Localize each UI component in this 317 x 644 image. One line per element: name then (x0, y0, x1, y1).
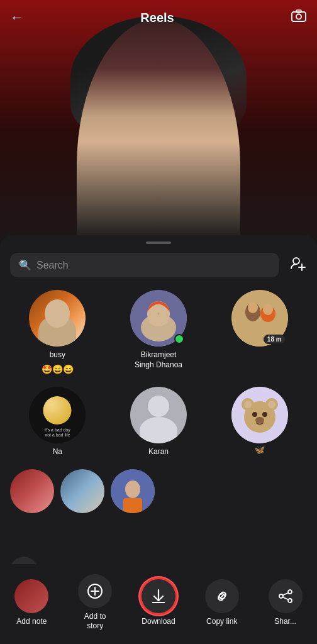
search-box[interactable]: 🔍 Search (10, 253, 279, 277)
svg-point-22 (252, 412, 257, 417)
action-label-copy-link: Copy link (206, 617, 237, 627)
time-badge-couple: 18 m (264, 335, 286, 344)
mini-avatar (14, 579, 48, 613)
copy-link-button[interactable] (205, 579, 239, 613)
add-friend-icon[interactable] (289, 255, 307, 276)
svg-point-3 (293, 258, 299, 264)
svg-rect-0 (292, 12, 306, 21)
drag-handle (146, 242, 171, 244)
action-label-share: Shar... (274, 617, 296, 627)
add-to-story-button[interactable] (78, 574, 112, 608)
camera-icon[interactable] (291, 8, 307, 28)
svg-point-20 (244, 401, 252, 408)
svg-rect-27 (123, 498, 142, 513)
contact-couple[interactable]: 18 m (212, 290, 307, 374)
contact-extra-2[interactable] (60, 469, 104, 513)
action-label-add-note: Add note (16, 617, 47, 627)
svg-point-14 (263, 304, 273, 315)
header: ← Reels (0, 0, 317, 35)
download-button[interactable] (142, 579, 175, 613)
svg-line-37 (282, 597, 288, 599)
contact-emoji-busy: 🤩😄😄 (42, 364, 74, 374)
page-title: Reels (140, 11, 174, 25)
action-copy-link[interactable]: Copy link (197, 579, 247, 627)
avatar-bear (231, 387, 288, 443)
svg-rect-2 (296, 10, 301, 13)
search-placeholder: Search (36, 260, 69, 271)
svg-point-26 (125, 480, 140, 498)
background-image (0, 0, 317, 264)
svg-line-36 (282, 592, 288, 595)
contacts-grid: busy 🤩😄😄 Bikramje (0, 290, 317, 457)
action-share[interactable]: Shar... (260, 579, 311, 627)
online-indicator-bikramjeet (174, 334, 184, 344)
action-bar: Add note Add tostory Download (0, 564, 317, 644)
action-label-add-to-story: Add tostory (84, 612, 106, 631)
contact-bear[interactable]: 🦋 (212, 387, 307, 457)
share-button[interactable] (269, 579, 303, 613)
avatar-busy (29, 290, 86, 347)
svg-point-12 (248, 302, 258, 313)
search-row: 🔍 Search (0, 253, 317, 277)
contact-karan[interactable]: Karan (111, 387, 206, 457)
contact-name-busy: busy (50, 350, 65, 360)
contact-extra-1[interactable] (10, 469, 54, 513)
contact-bikramjeet[interactable]: BikramjeetSingh Dhanoa (111, 290, 206, 374)
search-icon: 🔍 (19, 259, 31, 271)
action-add-note[interactable]: Add note (6, 579, 57, 627)
contact-na[interactable]: it's a bad daynot a bad life Na (10, 387, 105, 457)
contact-name-bikramjeet: BikramjeetSingh Dhanoa (135, 350, 182, 370)
contact-name-karan: Karan (148, 447, 169, 457)
action-add-to-story[interactable]: Add tostory (70, 574, 120, 631)
svg-point-9 (157, 313, 159, 315)
action-label-download: Download (142, 617, 175, 627)
contact-busy[interactable]: busy 🤩😄😄 (10, 290, 105, 374)
svg-point-21 (268, 401, 275, 408)
butterfly-emoji: 🦋 (254, 445, 265, 455)
back-button[interactable]: ← (10, 9, 24, 26)
action-download[interactable]: Download (133, 579, 184, 627)
contact-extra-3[interactable] (111, 469, 155, 513)
avatar-karan (130, 387, 187, 443)
svg-point-24 (255, 417, 264, 423)
svg-point-1 (296, 14, 301, 19)
contact-name-na: Na (53, 447, 62, 457)
svg-point-23 (262, 412, 267, 417)
avatar-na: it's a bad daynot a bad life (29, 387, 86, 443)
